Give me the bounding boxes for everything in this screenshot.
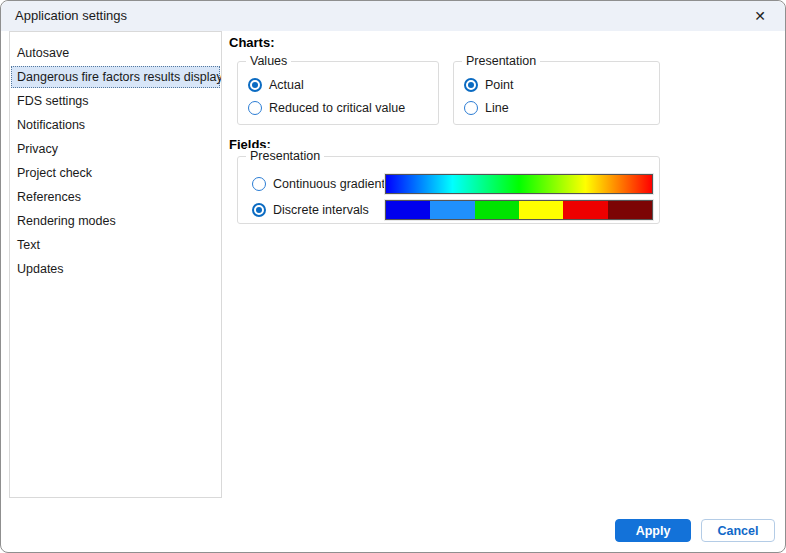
- interval-color-segment: [608, 201, 652, 219]
- radio-button-icon[interactable]: [464, 78, 478, 92]
- sidebar-item-notifications[interactable]: Notifications: [11, 114, 220, 136]
- interval-color-segment: [519, 201, 563, 219]
- sidebar-item-privacy[interactable]: Privacy: [11, 138, 220, 160]
- radio-reduced-to-critical-value[interactable]: Reduced to critical value: [248, 98, 405, 118]
- radio-line-label: Line: [485, 101, 509, 115]
- values-groupbox: Values Actual Reduced to critical value: [237, 61, 439, 125]
- sidebar-item-rendering-modes[interactable]: Rendering modes: [11, 210, 220, 232]
- sidebar-item-dangerous-fire-factors[interactable]: Dangerous fire factors results display: [11, 66, 220, 88]
- radio-button-icon[interactable]: [248, 101, 262, 115]
- radio-button-icon[interactable]: [464, 101, 478, 115]
- sidebar-item-fds-settings[interactable]: FDS settings: [11, 90, 220, 112]
- sidebar-item-references[interactable]: References: [11, 186, 220, 208]
- close-icon[interactable]: ✕: [741, 2, 779, 30]
- application-settings-dialog: Application settings ✕ Autosave Dangerou…: [0, 0, 786, 553]
- interval-color-segment: [430, 201, 474, 219]
- radio-discrete-intervals-label: Discrete intervals: [273, 203, 369, 217]
- fields-presentation-group-label: Presentation: [246, 148, 324, 164]
- cancel-button[interactable]: Cancel: [701, 519, 775, 542]
- sidebar-item-autosave[interactable]: Autosave: [11, 42, 220, 64]
- continuous-gradient-bar: [385, 174, 653, 194]
- titlebar: Application settings ✕: [1, 1, 785, 31]
- radio-button-icon[interactable]: [248, 78, 262, 92]
- sidebar-item-updates[interactable]: Updates: [11, 258, 220, 280]
- chart-presentation-groupbox: Presentation Point Line: [453, 61, 660, 125]
- interval-color-segment: [563, 201, 607, 219]
- radio-reduced-label: Reduced to critical value: [269, 101, 405, 115]
- chart-presentation-group-label: Presentation: [462, 53, 540, 69]
- values-group-label: Values: [246, 53, 291, 69]
- radio-point[interactable]: Point: [464, 75, 514, 95]
- category-list: Autosave Dangerous fire factors results …: [10, 32, 221, 280]
- radio-continuous-gradient[interactable]: Continuous gradient: [252, 173, 651, 195]
- sidebar-item-text[interactable]: Text: [11, 234, 220, 256]
- settings-category-list: Autosave Dangerous fire factors results …: [9, 31, 222, 498]
- charts-section-heading: Charts:: [229, 35, 275, 50]
- radio-point-label: Point: [485, 78, 514, 92]
- radio-button-icon[interactable]: [252, 203, 266, 217]
- radio-continuous-gradient-label: Continuous gradient: [273, 177, 385, 191]
- interval-color-segment: [475, 201, 519, 219]
- settings-panel: Charts: Values Actual Reduced to critica…: [229, 31, 779, 498]
- radio-line[interactable]: Line: [464, 98, 509, 118]
- radio-actual[interactable]: Actual: [248, 75, 304, 95]
- radio-discrete-intervals[interactable]: Discrete intervals: [252, 199, 651, 221]
- apply-button[interactable]: Apply: [615, 519, 691, 542]
- interval-color-segment: [386, 201, 430, 219]
- sidebar-item-project-check[interactable]: Project check: [11, 162, 220, 184]
- dialog-title: Application settings: [15, 1, 127, 31]
- fields-presentation-groupbox: Presentation Continuous gradient Discret…: [237, 156, 660, 224]
- radio-button-icon[interactable]: [252, 177, 266, 191]
- discrete-intervals-bar: [385, 200, 653, 220]
- radio-actual-label: Actual: [269, 78, 304, 92]
